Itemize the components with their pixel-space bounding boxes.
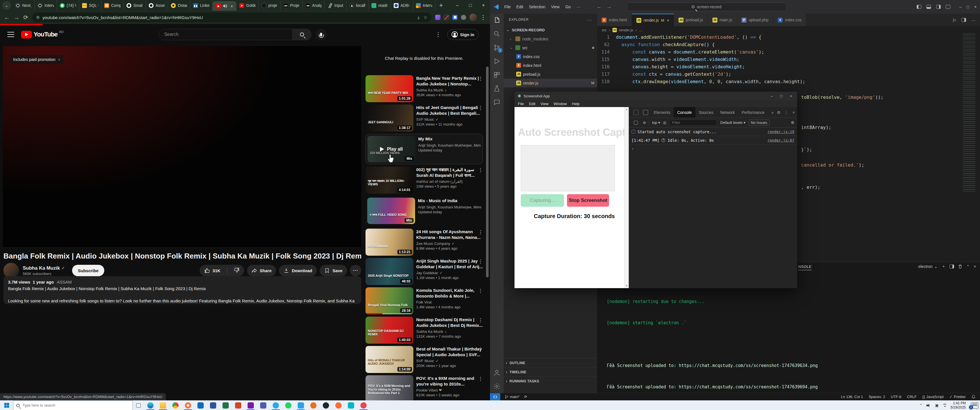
paid-promotion-chip[interactable]: Includes paid promotion › [10,55,63,64]
toggle-panel-icon[interactable] [926,5,931,9]
close-button[interactable]: × [477,0,490,11]
menu-view[interactable]: View [541,102,549,106]
section-timeline[interactable]: ›TIMELINE [504,367,597,377]
tree-node-modules[interactable]: ›node_modules [504,35,597,43]
video-thumbnail[interactable]: JEET GANNGULI 1:38:17 [366,105,414,132]
stop-screenshot-button[interactable]: Stop Screenshot [567,194,609,207]
video-thumbnail[interactable]: বাংলা NEW YEAR PARTY MIX 1:01:26 [366,75,414,102]
browser-tab[interactable]: Small [124,0,146,11]
app-title-bar[interactable]: Screenshot App – □ × [514,92,797,100]
menu-file[interactable]: File [504,5,511,9]
browser-tab[interactable]: Comp [102,0,124,11]
voice-search-button[interactable] [315,29,327,40]
menu-window[interactable]: Window [554,102,566,106]
tree-file-preloadjs[interactable]: JSpreload.js [504,70,597,79]
taskbar-search-input[interactable] [22,403,130,407]
browser-tab-active-youtube[interactable]: × [213,1,237,11]
extension-icon[interactable] [435,15,441,20]
source-link[interactable]: render.js:19 [767,130,794,134]
panel-tab-debug-console[interactable]: NSOLE [798,264,811,270]
taskbar-app-icon[interactable] [144,400,157,410]
terminal-picker[interactable]: electron⌄ [918,264,938,269]
menu-selection[interactable]: Selection [529,5,546,9]
close-button[interactable]: × [974,5,977,9]
nav-back-icon[interactable]: ← [597,4,602,10]
video-thumbnail[interactable]: 2025 Arijit Singh NONSTOP 46:02 [366,258,414,285]
menu-view[interactable]: View [551,5,560,9]
section-running-tasks[interactable]: ›RUNNING TASKS [504,377,597,386]
tab-close-icon[interactable]: × [667,18,669,22]
context-selector[interactable]: top ▾ [652,121,660,125]
sync-icon[interactable]: ⟳ [524,395,527,399]
mix-thumbnail[interactable]: ও ললনা FULL VIDEO SONG Mix [367,198,415,224]
language-mode[interactable]: {}JavaScript [923,395,943,399]
taskbar-app-icon[interactable] [307,400,320,410]
kebab-icon[interactable]: ⋮ [478,288,483,294]
extension-icon[interactable] [452,15,458,20]
kebab-icon[interactable]: ⋮ [478,167,483,173]
kebab-icon[interactable]: ⋮ [478,376,483,382]
devtools-kebab-icon[interactable]: ⋮ [784,110,789,115]
taskbar-app-icon[interactable] [357,400,370,410]
tab-search-chevron-icon[interactable]: ⌄ [2,1,11,10]
notification-center-icon[interactable]: 1 [971,402,978,408]
nav-forward-icon[interactable]: → [607,4,612,10]
maximize-button[interactable]: □ [464,0,477,11]
close-panel-icon[interactable]: × [974,264,976,269]
site-settings-icon[interactable]: ⚙ [36,15,40,20]
search-button[interactable] [293,29,311,40]
app-scrollbar[interactable]: ▲▼ [624,107,629,288]
taskbar-app-icon[interactable] [207,400,220,410]
minimize-button[interactable]: – [771,94,773,98]
back-icon[interactable]: ← [4,14,10,21]
run-debug-icon[interactable] [493,57,501,65]
video-thumbnail[interactable]: POV: It's a 9XM Morning and You're vibin… [366,375,414,400]
encoding[interactable]: UTF-8 [891,395,901,399]
taskbar-app-icon[interactable] [169,400,182,410]
copilot-chat-icon[interactable] [493,99,501,106]
taskbar-app-icon[interactable] [345,400,357,410]
profile-avatar[interactable] [469,14,477,21]
more-actions-button[interactable]: ··· [350,265,361,276]
suggestion-mix-item[interactable]: ও ললনা FULL VIDEO SONG Mix Mix - Music o… [366,196,483,226]
dislike-button[interactable] [230,267,244,274]
kebab-icon[interactable]: ⋮ [478,105,483,111]
browser-tab[interactable]: Golde [237,0,259,11]
minimize-button[interactable]: – [959,5,962,9]
share-button[interactable]: Share [247,265,276,276]
browser-tab[interactable]: Analy [302,0,325,11]
editor-more-icon[interactable]: ··· [971,17,975,22]
channel-name[interactable]: Subha Ka Muzik ✓ [23,265,65,271]
suggestion-mix-item[interactable]: 320 MILLION VIEWS Play all Mix My Mix Ar… [366,134,483,164]
browser-tab[interactable]: proje [259,0,280,11]
taskbar-app-icon[interactable] [332,400,345,410]
network-icon[interactable] [943,404,947,407]
customize-layout-icon[interactable] [946,5,950,9]
browser-tab[interactable]: readm [369,0,391,11]
taskbar-app-icon[interactable] [232,400,245,410]
editor-tab-preloadjs[interactable]: JSpreload.js [674,14,708,26]
editor-tab-uploadphp[interactable]: Pupload.php [737,14,773,26]
suggestion-item[interactable]: AYUSHMANN 1:13:21 24 Hit songs Of Ayushm… [366,229,483,256]
tree-src-folder[interactable]: ⌄src [504,43,597,52]
search-input-box[interactable] [159,29,293,40]
split-terminal-icon[interactable] [950,264,954,269]
capturing-button[interactable]: Capturing... [521,194,564,207]
console-prompt[interactable]: › [629,145,797,153]
browser-tab[interactable]: Input [325,0,347,11]
kill-terminal-trash-icon[interactable] [958,264,963,269]
console-filter-input[interactable] [669,119,718,126]
devtools-tab-network[interactable]: Network [717,107,738,118]
explorer-more-icon[interactable]: ··· [587,17,592,22]
minimize-button[interactable]: – [451,0,464,11]
reload-icon[interactable]: ⟳ [23,14,28,21]
toggle-sidebar-icon[interactable] [917,5,921,9]
kebab-icon[interactable]: ⋮ [478,346,483,353]
menu-go[interactable]: Go [565,5,571,9]
maximize-panel-icon[interactable]: ⌃ [966,264,970,269]
console-sidebar-icon[interactable] [634,121,638,125]
taskbar-app-icon[interactable] [245,400,257,410]
suggestion-item[interactable]: Bengali Viral Nonstop Folk 28:16 Komola … [366,287,483,314]
taskbar-app-icon[interactable] [294,400,307,410]
editor-tab-indexcss[interactable]: #index.css [773,14,806,26]
